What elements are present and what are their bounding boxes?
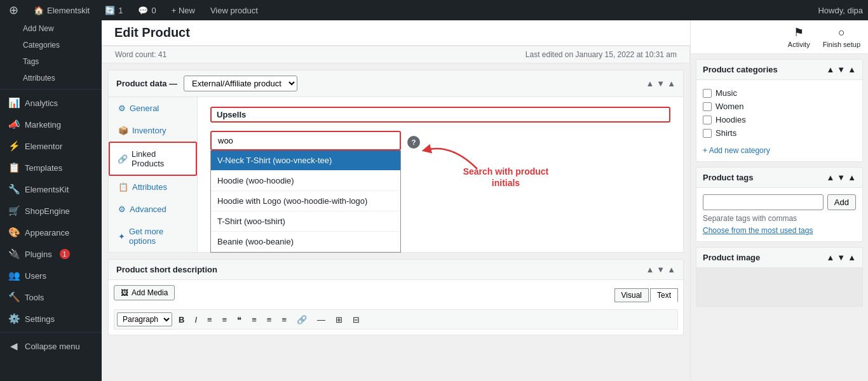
- unordered-list-btn[interactable]: ≡: [203, 313, 216, 326]
- categories-up-icon[interactable]: ▲: [826, 65, 834, 74]
- wp-logo-btn[interactable]: ⊕: [5, 0, 22, 20]
- ordered-list-btn[interactable]: ≡: [219, 313, 231, 326]
- howdy-label: Howdy, dipa: [818, 6, 863, 15]
- sidebar-item-add-new[interactable]: Add New: [0, 20, 102, 37]
- fullscreen-btn[interactable]: ⊞: [332, 313, 346, 326]
- tab-attributes[interactable]: 📋 Attributes: [109, 176, 197, 198]
- collapse-up-icon[interactable]: ▲: [646, 79, 654, 88]
- tags-choose-link[interactable]: Choose from the most used tags: [703, 226, 813, 235]
- sidebar-item-appearance[interactable]: 🎨 Appearance: [0, 222, 102, 243]
- sidebar-item-shopengine[interactable]: 🛒 ShopEngine: [0, 200, 102, 222]
- product-image-toggle-icon[interactable]: ▲: [848, 253, 856, 262]
- category-checkbox-hoodies[interactable]: [703, 116, 712, 124]
- add-media-button[interactable]: 🖼 Add Media: [114, 285, 175, 300]
- product-image-down-icon[interactable]: ▼: [837, 253, 845, 262]
- dropdown-item-hoodie-logo[interactable]: Hoodie with Logo (woo-hoodie-with-logo): [211, 191, 400, 211]
- category-label-women: Women: [715, 102, 744, 111]
- link-btn[interactable]: 🔗: [293, 313, 311, 326]
- sidebar-item-settings[interactable]: ⚙️ Settings: [0, 308, 102, 330]
- categories-body: Music Women Hoodies Shirts: [696, 80, 862, 161]
- site-name-btn[interactable]: 🏠 Elementskit: [30, 0, 93, 20]
- separator-btn[interactable]: —: [313, 313, 329, 326]
- new-content-label: + New: [172, 6, 195, 15]
- dropdown-item-hoodie[interactable]: Hoodie (woo-hoodie): [211, 171, 400, 191]
- product-type-select[interactable]: External/Affiliate product Simple produc…: [184, 76, 297, 91]
- add-new-category-link[interactable]: + Add new category: [703, 146, 770, 155]
- tags-text-input[interactable]: [703, 194, 824, 210]
- product-image-collapse[interactable]: ▲ ▼ ▲: [826, 253, 856, 262]
- categories-down-icon[interactable]: ▼: [837, 65, 845, 74]
- sidebar-item-tools[interactable]: 🔨 Tools: [0, 286, 102, 308]
- help-icon[interactable]: ?: [407, 136, 420, 149]
- tab-general[interactable]: ⚙ General: [109, 97, 197, 119]
- view-product-label: View product: [210, 6, 258, 15]
- upsells-container: Upsells V-Neck T-Shirt (woo-vneck-tee) H…: [210, 107, 670, 150]
- collapse-btns[interactable]: ▲ ▼ ▲: [646, 79, 675, 88]
- short-desc-body: 🖼 Add Media Visual Text Paragraph B: [109, 280, 683, 335]
- grid-btn[interactable]: ⊟: [349, 313, 363, 326]
- collapse-menu-btn[interactable]: ◀ Collapse menu: [0, 335, 102, 357]
- sidebar-item-marketing[interactable]: 📣 Marketing: [0, 114, 102, 135]
- align-center-btn[interactable]: ≡: [263, 313, 276, 326]
- short-desc-collapse[interactable]: ▲ ▼ ▲: [646, 265, 675, 274]
- dropdown-item-beanie[interactable]: Beanie (woo-beanie): [211, 232, 400, 252]
- updates-btn[interactable]: 🔄 1: [101, 0, 126, 20]
- tab-linked-products[interactable]: 🔗 Linked Products: [109, 142, 197, 176]
- view-product-btn[interactable]: View product: [207, 0, 262, 20]
- sidebar-item-analytics[interactable]: 📊 Analytics: [0, 92, 102, 114]
- tab-inventory[interactable]: 📦 Inventory: [109, 119, 197, 142]
- activity-btn[interactable]: ⚑ Activity: [788, 25, 810, 48]
- italic-btn[interactable]: I: [191, 313, 201, 326]
- bold-btn[interactable]: B: [175, 313, 188, 326]
- new-content-btn[interactable]: + New: [168, 0, 199, 20]
- sidebar-item-elementor[interactable]: ⚡ Elementor: [0, 135, 102, 157]
- search-container: V-Neck T-Shirt (woo-vneck-tee) Hoodie (w…: [210, 131, 670, 150]
- tags-up-icon[interactable]: ▲: [826, 173, 834, 182]
- product-image-up-icon[interactable]: ▲: [826, 253, 834, 262]
- tags-collapse[interactable]: ▲ ▼ ▲: [826, 173, 856, 182]
- sidebar-item-elementskit[interactable]: 🔧 ElementsKit: [0, 178, 102, 200]
- dropdown-item-tshirt[interactable]: T-Shirt (woo-tshirt): [211, 211, 400, 232]
- short-desc-toggle-icon[interactable]: ▲: [667, 265, 675, 274]
- short-desc-section: Product short description ▲ ▼ ▲ 🖼 Add Me…: [108, 259, 684, 335]
- align-left-btn[interactable]: ≡: [248, 313, 261, 326]
- category-checkbox-shirts[interactable]: [703, 129, 712, 138]
- finish-setup-btn[interactable]: ○ Finish setup: [823, 26, 860, 48]
- align-right-btn[interactable]: ≡: [278, 313, 290, 326]
- text-tab[interactable]: Text: [650, 288, 678, 302]
- tab-get-more[interactable]: ✦ Get more options: [109, 220, 197, 252]
- collapse-label: Collapse menu: [25, 342, 80, 351]
- add-media-label: Add Media: [132, 288, 168, 297]
- sidebar-item-plugins[interactable]: 🔌 Plugins 1: [0, 243, 102, 265]
- inventory-icon: 📦: [118, 126, 128, 135]
- category-checkbox-music[interactable]: [703, 89, 712, 98]
- tags-toggle-icon[interactable]: ▲: [848, 173, 856, 182]
- categories-collapse[interactable]: ▲ ▼ ▲: [826, 65, 856, 74]
- right-top-bar: ⚑ Activity ○ Finish setup: [691, 20, 868, 54]
- categories-toggle-icon[interactable]: ▲: [848, 65, 856, 74]
- shopengine-icon: 🛒: [8, 205, 20, 217]
- dropdown-item-vneck[interactable]: V-Neck T-Shirt (woo-vneck-tee): [211, 150, 400, 171]
- category-checkbox-women[interactable]: [703, 102, 712, 111]
- updates-count: 1: [118, 6, 123, 15]
- sidebar-item-tags[interactable]: Tags: [0, 53, 102, 70]
- collapse-toggle-icon[interactable]: ▲: [667, 79, 675, 88]
- sidebar-item-templates[interactable]: 📋 Templates: [0, 157, 102, 178]
- comments-btn[interactable]: 💬 0: [134, 0, 159, 20]
- tab-advanced[interactable]: ⚙ Advanced: [109, 198, 197, 220]
- visual-tab[interactable]: Visual: [614, 288, 649, 302]
- activity-label: Activity: [788, 41, 810, 48]
- sidebar-item-users[interactable]: 👥 Users: [0, 265, 102, 286]
- sidebar-item-categories[interactable]: Categories: [0, 37, 102, 53]
- comments-icon: 💬: [138, 6, 148, 15]
- category-label-hoodies: Hoodies: [715, 115, 746, 124]
- collapse-down-icon[interactable]: ▼: [656, 79, 665, 88]
- short-desc-down-icon[interactable]: ▼: [656, 265, 665, 274]
- sidebar-item-attributes[interactable]: Attributes: [0, 70, 102, 86]
- paragraph-select[interactable]: Paragraph: [117, 312, 172, 326]
- blockquote-btn[interactable]: ❝: [233, 313, 245, 326]
- short-desc-up-icon[interactable]: ▲: [646, 265, 654, 274]
- product-search-input[interactable]: [210, 131, 401, 150]
- tags-add-button[interactable]: Add: [827, 194, 856, 210]
- tags-down-icon[interactable]: ▼: [837, 173, 845, 182]
